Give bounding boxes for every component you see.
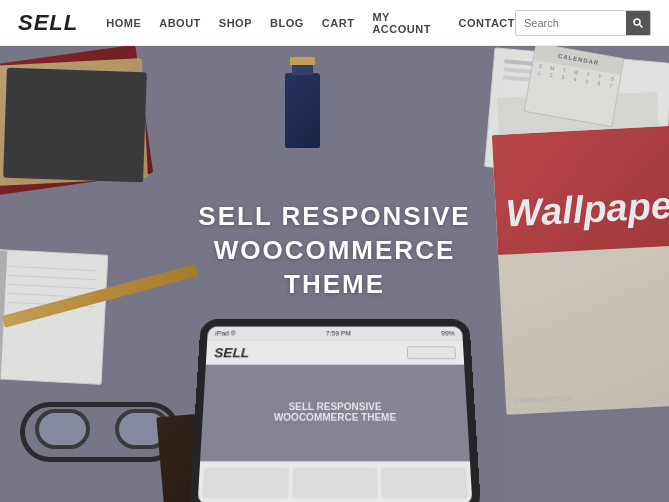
nav-item-my-account[interactable]: MY ACCOUNT: [372, 11, 440, 35]
nav-item-about[interactable]: ABOUT: [159, 17, 201, 29]
nav-links: HOME ABOUT SHOP BLOG CART MY ACCOUNT CON…: [106, 11, 515, 35]
hero-background: CALENDAR S M T W T F S 1 2 3 4 5 6 7 Wal…: [0, 0, 669, 502]
hero-title-line2: WOOCOMMERCE THEME: [214, 235, 456, 299]
hero-text-block: SELL RESPONSIVE WOOCOMMERCE THEME: [167, 200, 502, 301]
nav-item-blog[interactable]: BLOG: [270, 17, 304, 29]
nav-item-home[interactable]: HOME: [106, 17, 141, 29]
nav-item-contact[interactable]: CONTACT: [459, 17, 515, 29]
nav-item-cart[interactable]: CART: [322, 17, 355, 29]
hero-section: CALENDAR S M T W T F S 1 2 3 4 5 6 7 Wal…: [0, 0, 669, 502]
search-box: [515, 10, 651, 36]
search-button[interactable]: [626, 10, 650, 36]
search-icon: [633, 18, 643, 28]
navbar: SELL HOME ABOUT SHOP BLOG CART MY ACCOUN…: [0, 0, 669, 46]
svg-line-1: [640, 24, 643, 27]
nav-item-shop[interactable]: SHOP: [219, 17, 252, 29]
hero-title-line1: SELL RESPONSIVE: [198, 201, 470, 231]
search-input[interactable]: [516, 17, 626, 29]
brand-logo[interactable]: SELL: [18, 10, 78, 36]
hero-title: SELL RESPONSIVE WOOCOMMERCE THEME: [167, 200, 502, 301]
